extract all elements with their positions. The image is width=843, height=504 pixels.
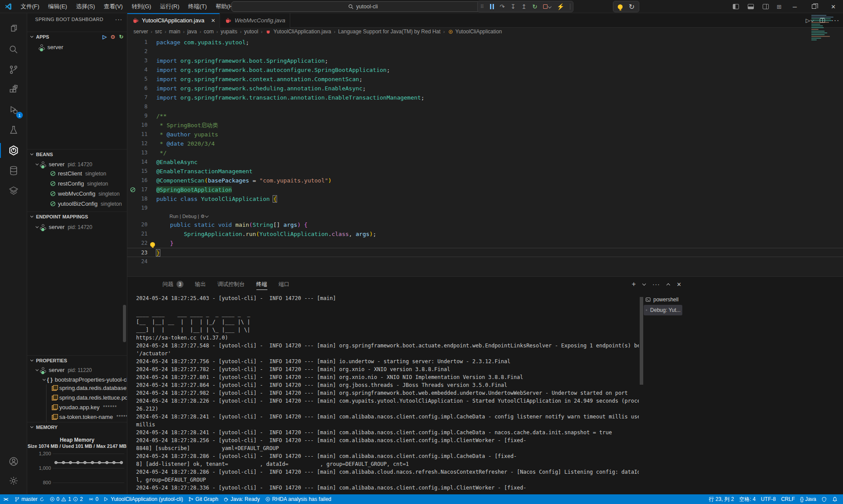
bean-item[interactable]: yutoolCliApplicationsingleton [27, 209, 127, 211]
restore-button[interactable] [804, 0, 824, 13]
maximize-panel-icon[interactable] [667, 281, 670, 288]
activity-layers-icon[interactable] [0, 181, 27, 201]
code-line[interactable]: 18public class YutoolCliApplication { [127, 194, 843, 204]
code-line[interactable]: 15@EnableTransactionManagement [127, 167, 843, 176]
code-line[interactable]: 16@ComponentScan(basePackages = "com.yup… [127, 176, 843, 185]
activity-database-icon[interactable] [0, 161, 27, 181]
breadcrumb-item[interactable]: src [155, 29, 162, 35]
panel-tab[interactable]: 输出 [195, 277, 206, 292]
property-item[interactable]: sa-token.token-name****** [27, 412, 127, 422]
panel-tab[interactable]: 调试控制台 [217, 277, 245, 292]
rhda-status-item[interactable]: RHDA analysis has failed [263, 494, 334, 504]
code-line[interactable]: 23} [127, 248, 843, 257]
code-line[interactable]: 3import org.springframework.boot.SpringA… [127, 56, 843, 65]
debug-target-item[interactable]: YutoolCliApplication (yutool-cli) [101, 494, 186, 504]
breadcrumb[interactable]: server›src›main›java›com›yupaits›yutool›… [127, 28, 843, 36]
terminal-instance-powershell[interactable]: powershell [644, 294, 682, 305]
terminal-output[interactable]: 2024-05-24 18:27:25.403 - [yutool-cli] -… [136, 294, 639, 494]
minimap[interactable] [811, 15, 837, 43]
breadcrumb-item[interactable]: com [204, 29, 214, 35]
editor-tab[interactable]: YutoolCliApplication.java✕ [127, 13, 220, 28]
activity-testing-icon[interactable] [0, 120, 27, 140]
endpoints-server-row[interactable]: server pid: 14720 [27, 222, 127, 232]
code-line[interactable]: 20 public static void main(String[] args… [127, 220, 843, 229]
section-properties[interactable]: PROPERTIES [27, 355, 127, 365]
minimize-button[interactable]: ─ [785, 0, 804, 13]
breadcrumb-item[interactable]: YutoolCliApplication [455, 29, 502, 35]
code-line[interactable]: 13 */ [127, 148, 843, 157]
git-graph-item[interactable]: Git Graph [186, 494, 221, 504]
git-branch-item[interactable]: master [12, 494, 47, 504]
code-line[interactable]: 5import org.springframework.context.anno… [127, 75, 843, 84]
menu-item[interactable]: 编辑(E) [44, 1, 71, 12]
debug-step-over-button[interactable]: ↷ [500, 4, 505, 10]
customize-layout-icon[interactable]: ⊞ [777, 4, 782, 10]
code-line[interactable]: 22 } [127, 239, 843, 248]
language-mode-item[interactable]: {} Java [797, 494, 819, 504]
properties-server-row[interactable]: server pid: 11220 [27, 365, 127, 375]
breadcrumb-item[interactable]: Language Support for Java(TM) by Red Hat [338, 29, 440, 35]
java-language-status-item[interactable] [819, 494, 829, 504]
menu-item[interactable]: 查看(V) [100, 1, 126, 12]
terminal-instance-debug[interactable]: Debug: Yut... [644, 305, 682, 315]
activity-search-icon[interactable] [0, 39, 27, 60]
debug-step-into-button[interactable]: ↧ [511, 4, 516, 10]
section-apps[interactable]: APPS ▷ ⊙ ↻ [27, 32, 127, 41]
code-line[interactable]: 21 SpringApplication.run(YutoolCliApplic… [127, 229, 843, 239]
toggle-sidebar-icon[interactable] [733, 4, 739, 9]
lightbulb-icon[interactable] [618, 4, 623, 9]
property-item[interactable]: youdao.app.key****** [27, 402, 127, 412]
code-editor[interactable]: 1package com.yupaits.yutool;23import org… [127, 36, 843, 276]
breadcrumb-item[interactable]: main [169, 29, 180, 35]
notifications-bell-icon[interactable] [829, 494, 843, 504]
activity-extensions-icon[interactable] [0, 80, 27, 100]
eol-item[interactable]: CRLF [778, 494, 797, 504]
toggle-secondary-sidebar-icon[interactable] [763, 4, 769, 9]
code-line[interactable]: 24 [127, 257, 843, 266]
tab-close-icon[interactable]: ✕ [211, 18, 215, 24]
code-line[interactable]: 11 * @author yupaits [127, 130, 843, 139]
beans-server-row[interactable]: server pid: 14720 [27, 159, 127, 169]
codelens-label[interactable]: Run | Debug | [169, 214, 199, 219]
code-line[interactable]: 19 [127, 204, 843, 213]
codelens-run-debug[interactable]: Run | Debug | ⚙ [127, 213, 843, 220]
app-item-server[interactable]: server [27, 42, 127, 52]
close-button[interactable]: ✕ [824, 0, 843, 13]
menu-item[interactable]: 终端(T) [184, 1, 211, 12]
toggle-panel-icon[interactable] [748, 4, 754, 9]
encoding-item[interactable]: UTF-8 [758, 494, 778, 504]
code-line[interactable]: 1package com.yupaits.yutool; [127, 38, 843, 47]
panel-tab[interactable]: 问题3 [162, 277, 184, 292]
reload-button[interactable]: ↻ [629, 3, 634, 11]
activity-run-debug-icon[interactable]: 1 [0, 100, 27, 120]
code-line[interactable]: 9/** [127, 111, 843, 121]
indentation-item[interactable]: 空格: 4 [737, 494, 758, 504]
panel-more-icon[interactable]: ··· [652, 281, 660, 288]
code-line[interactable]: 12 * @date 2020/3/4 [127, 139, 843, 148]
section-memory[interactable]: MEMORY [27, 422, 127, 432]
account-icon[interactable] [0, 451, 27, 472]
breadcrumb-item[interactable]: java [187, 29, 197, 35]
terminal-scrollbar[interactable] [640, 297, 643, 385]
breadcrumb-item[interactable]: yupaits [220, 29, 237, 35]
bean-item[interactable]: yutoolBizConfigsingleton [27, 199, 127, 209]
terminal-dropdown-icon[interactable] [643, 281, 645, 288]
ports-item[interactable]: 0 [86, 494, 101, 504]
refresh-icon[interactable]: ↻ [119, 34, 123, 40]
spring-bean-gutter-icon[interactable] [130, 187, 136, 193]
code-line[interactable]: 6import org.springframework.scheduling.a… [127, 84, 843, 93]
breadcrumb-item[interactable]: YutoolCliApplication.java [274, 29, 331, 35]
new-terminal-icon[interactable]: + [632, 280, 636, 288]
panel-tab[interactable]: 端口 [279, 277, 290, 292]
section-beans[interactable]: BEANS [27, 149, 127, 159]
settings-gear-icon[interactable] [0, 471, 27, 491]
bean-item[interactable]: restConfigsingleton [27, 179, 127, 189]
menu-item[interactable]: 运行(R) [156, 1, 183, 12]
cursor-position-item[interactable]: 行 23, 列 2 [706, 494, 736, 504]
property-item[interactable]: spring.data.redis.lettuce.pool.max-... [27, 393, 127, 402]
menu-item[interactable]: 选择(S) [72, 1, 99, 12]
problems-item[interactable]: 0 1 2 [47, 494, 86, 504]
sidebar-scrollbar[interactable] [123, 305, 126, 342]
stop-icon[interactable]: ⊙ [111, 34, 115, 40]
code-line[interactable]: 14@EnableAsync [127, 157, 843, 167]
